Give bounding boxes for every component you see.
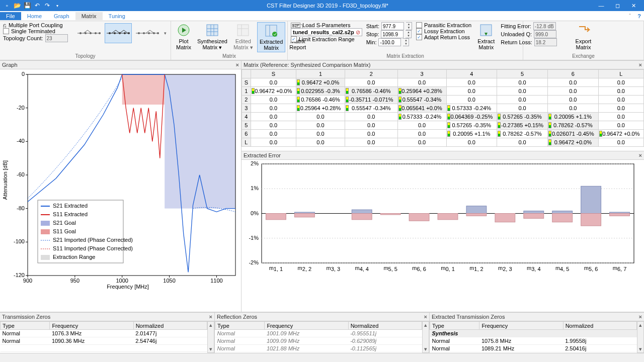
etz-table[interactable]: TypeFrequencyNormalizedSynthesisNormal10… bbox=[430, 321, 637, 352]
tab-graph[interactable]: Graph bbox=[48, 12, 75, 20]
svg-text:2%: 2% bbox=[251, 160, 259, 166]
tab-tuning[interactable]: Tuning bbox=[103, 12, 131, 20]
load-sparams-button[interactable]: Load S-Parameters bbox=[302, 22, 350, 28]
min-field[interactable] bbox=[378, 38, 401, 46]
single-terminated-checkbox[interactable] bbox=[3, 28, 9, 34]
svg-text:m4, 5: m4, 5 bbox=[555, 265, 570, 272]
group-matrix-label: Matrix bbox=[174, 53, 284, 59]
error-plot[interactable]: -2%-1%0%1%2%m1, 1m2, 2m3, 3m4, 4m5, 5m6,… bbox=[242, 160, 644, 312]
synthesized-matrix-button[interactable]: Synthesized Matrix ▾ bbox=[195, 22, 229, 51]
rz-table[interactable]: TypeFrequencyNormalizedNormal1001.09 MHz… bbox=[215, 321, 422, 352]
plot-matrix-button[interactable]: Plot Matrix bbox=[174, 22, 193, 51]
start-field[interactable] bbox=[381, 22, 404, 30]
svg-point-10 bbox=[124, 32, 126, 34]
svg-text:950: 950 bbox=[70, 278, 79, 284]
svg-text:m3, 4: m3, 4 bbox=[527, 265, 541, 272]
new-icon[interactable]: ▫ bbox=[3, 2, 11, 10]
start-spinner[interactable]: ▲▼ bbox=[406, 22, 412, 30]
limit-range-checkbox[interactable]: ✓ bbox=[291, 36, 297, 42]
qat-dropdown-icon[interactable]: ▾ bbox=[53, 2, 61, 10]
redo-icon[interactable]: ↷ bbox=[43, 2, 51, 10]
lossy-label: Lossy Extraction bbox=[424, 28, 465, 34]
group-topology-label: Topology bbox=[3, 53, 168, 59]
clear-file-icon[interactable]: ⊘ bbox=[356, 29, 360, 36]
topology-count-field bbox=[45, 34, 68, 42]
single-terminated-label: Single Terminated bbox=[11, 28, 55, 34]
matrix-close-icon[interactable]: × bbox=[639, 62, 642, 68]
save-icon[interactable]: 💾 bbox=[23, 2, 31, 10]
min-spinner[interactable]: ▲▼ bbox=[403, 38, 409, 46]
svg-rect-119 bbox=[581, 186, 601, 213]
svg-text:m6, 6: m6, 6 bbox=[412, 265, 426, 272]
tab-matrix[interactable]: Matrix bbox=[75, 12, 103, 20]
svg-rect-96 bbox=[294, 214, 314, 217]
error-close-icon[interactable]: × bbox=[639, 152, 642, 158]
svg-text:m4, 4: m4, 4 bbox=[355, 265, 369, 272]
group-exchange-label: Exchange bbox=[526, 53, 640, 59]
export-matrix-button[interactable]: Export Matrix bbox=[526, 22, 640, 51]
minimize-button[interactable]: — bbox=[594, 3, 609, 9]
collapse-ribbon-icon[interactable]: ˆ bbox=[629, 13, 631, 19]
svg-point-5 bbox=[99, 32, 101, 34]
ribbon: ⎌Multiple Port Coupling Single Terminate… bbox=[0, 21, 644, 60]
svg-point-15 bbox=[148, 32, 150, 34]
error-pane-header: Extracted Error× bbox=[242, 151, 644, 160]
etz-scroll[interactable]: ▴▾ bbox=[637, 321, 644, 353]
svg-text:1100: 1100 bbox=[210, 278, 222, 284]
topology-option-3[interactable] bbox=[134, 23, 161, 43]
svg-text:m5, 6: m5, 6 bbox=[584, 265, 598, 272]
help-icon[interactable]: ? bbox=[637, 13, 641, 19]
tz-close-icon[interactable]: × bbox=[209, 314, 212, 320]
svg-text:S11 Extracted: S11 Extracted bbox=[53, 211, 88, 217]
maximize-button[interactable]: ◻ bbox=[610, 3, 625, 9]
parasitic-checkbox[interactable] bbox=[416, 22, 422, 28]
tz-scroll[interactable]: ▴▾ bbox=[207, 321, 214, 353]
close-button[interactable]: ✕ bbox=[626, 3, 641, 9]
window-title: CST Filter Designer 3D 2019 - FD3D_topol… bbox=[61, 3, 594, 9]
graph-plot[interactable]: 9009501000105011000-20-40-60-80-100-120F… bbox=[0, 69, 241, 312]
extract-matrix-button[interactable]: Extract Matrix bbox=[475, 22, 497, 51]
svg-rect-37 bbox=[122, 74, 165, 105]
matrix-table[interactable]: S123456LS0.00.96472 +0.0%0.00.00.00.00.0… bbox=[242, 69, 644, 147]
sparam-icon: S2P bbox=[291, 23, 300, 28]
tab-home[interactable]: Home bbox=[21, 12, 48, 20]
svg-point-4 bbox=[95, 32, 97, 34]
tab-file[interactable]: File bbox=[0, 12, 21, 20]
stop-spinner[interactable]: ▲▼ bbox=[406, 30, 412, 38]
svg-rect-120 bbox=[581, 214, 601, 226]
topology-more-icon[interactable]: ▾ bbox=[163, 30, 168, 37]
lossy-checkbox[interactable]: ✓ bbox=[416, 28, 422, 34]
svg-text:m1, 1: m1, 1 bbox=[269, 265, 283, 272]
tz-table[interactable]: TypeFrequencyNormalizedNormal1076.3 MHz2… bbox=[0, 321, 207, 352]
adapt-checkbox[interactable]: ✓ bbox=[416, 34, 422, 40]
stop-field[interactable] bbox=[381, 30, 404, 38]
svg-text:S11 Imported (Phase Corrected): S11 Imported (Phase Corrected) bbox=[53, 245, 133, 251]
svg-rect-113 bbox=[524, 211, 544, 214]
undo-icon[interactable]: ↶ bbox=[33, 2, 41, 10]
svg-text:-40: -40 bbox=[17, 138, 25, 144]
svg-rect-79 bbox=[41, 255, 50, 260]
parasitic-label: Parasitic Extraction bbox=[424, 22, 471, 28]
matrix-pane-header: Matrix (Reference: Synthesized Compariso… bbox=[242, 60, 644, 69]
etz-close-icon[interactable]: × bbox=[639, 314, 642, 320]
graph-close-icon[interactable]: × bbox=[236, 62, 239, 68]
sparam-file-field[interactable]: tuned_results_cal2.s2p⊘ bbox=[291, 28, 362, 36]
svg-text:S11 Goal: S11 Goal bbox=[53, 228, 76, 234]
open-icon[interactable]: 📂 bbox=[13, 2, 21, 10]
svg-text:m1, 2: m1, 2 bbox=[469, 265, 484, 272]
topology-option-2[interactable] bbox=[105, 23, 132, 43]
svg-rect-20 bbox=[207, 25, 218, 36]
edited-matrix-button[interactable]: Edited Matrix ▾ bbox=[231, 22, 255, 51]
svg-text:m2, 2: m2, 2 bbox=[298, 265, 312, 272]
topology-option-1[interactable] bbox=[75, 23, 103, 43]
graph-pane-header: Graph× bbox=[0, 60, 241, 69]
svg-rect-123 bbox=[610, 214, 630, 216]
svg-rect-73 bbox=[41, 229, 50, 234]
svg-text:m3, 3: m3, 3 bbox=[327, 265, 341, 272]
ribbon-tabs: File Home Graph Matrix Tuning ˆ ? bbox=[0, 11, 644, 21]
rz-close-icon[interactable]: × bbox=[424, 314, 427, 320]
mpc-icon: ⎌ bbox=[3, 22, 7, 28]
rz-scroll[interactable]: ▴▾ bbox=[422, 321, 429, 353]
extracted-matrix-button[interactable]: Extracted Matrix bbox=[257, 22, 285, 52]
svg-text:900: 900 bbox=[23, 278, 32, 284]
